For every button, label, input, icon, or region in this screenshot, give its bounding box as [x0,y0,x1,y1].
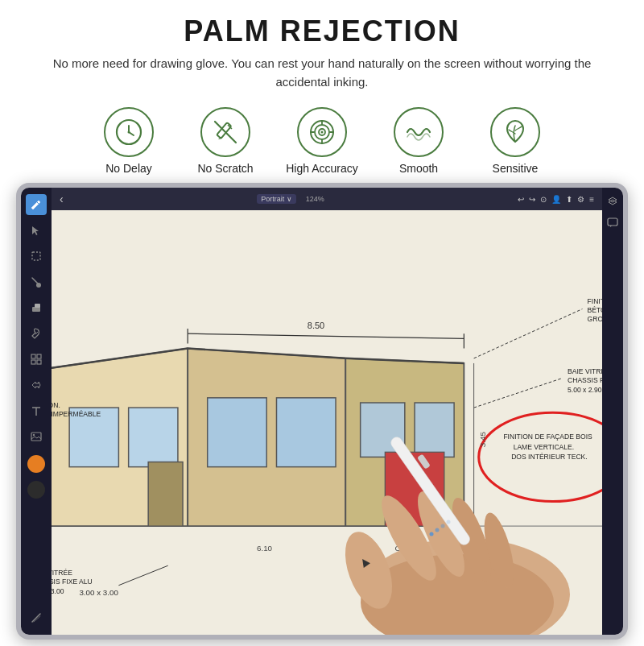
svg-point-11 [321,131,324,134]
svg-text:FINITION DE FAÇADE BOIS: FINITION DE FAÇADE BOIS [503,433,592,441]
right-chat-icon[interactable] [605,215,620,230]
menu-button[interactable]: ≡ [589,195,594,204]
no-delay-icon-circle [104,107,154,157]
svg-rect-43 [361,403,405,457]
right-panel [602,188,623,635]
svg-rect-24 [31,360,35,364]
svg-rect-22 [31,354,35,358]
svg-rect-90 [608,218,617,226]
sidebar-cursor-icon[interactable] [26,220,47,241]
feature-sensitive: Sensitive [479,107,551,175]
screen-content: ‹ Portrait ∨ 124% ↩ ↪ ⊙ 👤 ⬆ ⚙ ≡ [52,188,602,635]
svg-text:FAÇADE BÉTON.: FAÇADE BÉTON. [52,401,60,409]
wave-icon [404,118,433,147]
svg-text:BÉTON TEINTÉ CLAIR: BÉTON TEINTÉ CLAIR [588,306,602,314]
topbar-center: Portrait ∨ 124% [257,194,324,204]
leaf-icon [501,118,530,147]
page-subtitle: No more need for drawing glove. You can … [48,55,596,91]
sidebar-smudge-icon[interactable] [26,607,47,628]
svg-text:CHASSIS FIXE ALU: CHASSIS FIXE ALU [52,578,93,586]
svg-point-3 [128,131,130,134]
svg-rect-20 [35,304,40,308]
feature-no-delay: No Delay [93,107,165,175]
user-button[interactable]: 👤 [551,195,561,204]
svg-rect-44 [415,403,454,457]
no-delay-label: No Delay [105,162,152,175]
svg-rect-25 [37,360,41,364]
svg-text:BAIE VITRÉE: BAIE VITRÉE [52,569,72,577]
svg-text:C.P: C.P [395,544,409,553]
svg-rect-17 [32,252,40,260]
feature-smooth: Smooth [382,107,455,175]
svg-text:6.10: 6.10 [257,544,273,553]
svg-text:CHASSIS FIXE ALU: CHASSIS FIXE ALU [568,376,602,384]
svg-text:3.00 x 3.00: 3.00 x 3.00 [79,588,118,597]
svg-text:3.00 x 3.00: 3.00 x 3.00 [52,587,64,595]
page-title: PALM REJECTION [16,14,628,48]
app-sidebar [21,188,52,635]
page-wrapper: PALM REJECTION No more need for drawing … [0,0,644,646]
sidebar-text-icon[interactable] [26,400,47,421]
sidebar-secondary-color[interactable] [27,481,45,499]
app-topbar: ‹ Portrait ∨ 124% ↩ ↪ ⊙ 👤 ⬆ ⚙ ≡ [52,188,602,210]
no-scratch-label: No Scratch [197,162,253,175]
sidebar-brush-icon[interactable] [26,271,47,292]
share-button[interactable]: ⬆ [566,195,572,204]
svg-text:TRAITEMENT IMPERMÉABLE: TRAITEMENT IMPERMÉABLE [52,410,101,418]
feature-high-accuracy: High Accuracy [286,107,358,175]
high-accuracy-label: High Accuracy [286,162,357,175]
tablet-screen: ‹ Portrait ∨ 124% ↩ ↪ ⊙ 👤 ⬆ ⚙ ≡ [21,188,623,635]
right-layers-icon[interactable] [605,194,620,209]
svg-rect-41 [276,398,336,467]
portrait-badge[interactable]: Portrait ∨ [257,194,296,204]
svg-line-21 [35,332,38,334]
feature-no-scratch: No Scratch [189,107,262,175]
sketch-svg: 8.50 FINITION FACADE. BÉTON TEINTÉ CLAIR… [52,210,602,635]
svg-rect-23 [37,354,41,358]
svg-point-18 [36,283,41,288]
svg-text:BAIE VITRÉE: BAIE VITRÉE [568,367,602,375]
sidebar-transform-icon[interactable] [26,375,47,395]
svg-text:DOS INTÉRIEUR TECK.: DOS INTÉRIEUR TECK. [511,453,588,461]
no-scratch-icon-circle [200,107,250,157]
gear-button[interactable]: ⚙ [577,195,584,204]
sidebar-pencil-icon[interactable] [26,194,47,215]
sidebar-image-icon[interactable] [26,426,47,447]
sensitive-label: Sensitive [493,162,539,175]
title-section: PALM REJECTION No more need for drawing … [0,0,644,96]
drawing-area[interactable]: 8.50 FINITION FACADE. BÉTON TEINTÉ CLAIR… [52,210,602,635]
undo-button[interactable]: ↩ [518,195,524,204]
topbar-left: ‹ [60,193,64,205]
svg-rect-40 [208,398,267,467]
smooth-icon-circle [394,107,444,157]
sidebar-select-icon[interactable] [26,246,47,267]
tablet-container: ‹ Portrait ∨ 124% ↩ ↪ ⊙ 👤 ⬆ ⚙ ≡ [16,183,628,640]
svg-text:3.45: 3.45 [478,432,487,448]
pencil-slash-icon [211,118,240,147]
svg-rect-42 [148,462,183,527]
high-accuracy-icon-circle [297,107,347,157]
sidebar-eraser-icon[interactable] [26,297,47,318]
svg-text:GROS GRÉNITE.: GROS GRÉNITE. [588,315,602,323]
sidebar-primary-color[interactable] [27,455,45,473]
settings-button[interactable]: ⊙ [540,195,547,204]
target-icon [308,118,336,147]
sidebar-eyedrop-icon[interactable] [26,323,47,344]
svg-text:8.50: 8.50 [308,321,324,330]
back-button[interactable]: ‹ [60,193,64,205]
svg-text:LAME VERTICALE.: LAME VERTICALE. [514,443,575,451]
features-row: No Delay No Scratch [0,96,644,183]
topbar-right: ↩ ↪ ⊙ 👤 ⬆ ⚙ ≡ [518,195,594,204]
svg-text:5.00 x 2.90: 5.00 x 2.90 [568,386,602,394]
svg-rect-39 [129,408,178,467]
clock-icon [114,118,143,147]
sensitive-icon-circle [490,107,540,157]
zoom-level: 124% [306,195,324,203]
svg-rect-28 [31,433,41,441]
redo-button[interactable]: ↪ [529,195,535,204]
sidebar-shapes-icon[interactable] [26,349,47,370]
svg-rect-45 [385,452,444,526]
svg-point-29 [33,434,35,436]
svg-text:FINITION FACADE.: FINITION FACADE. [588,297,602,305]
smooth-label: Smooth [399,162,438,175]
